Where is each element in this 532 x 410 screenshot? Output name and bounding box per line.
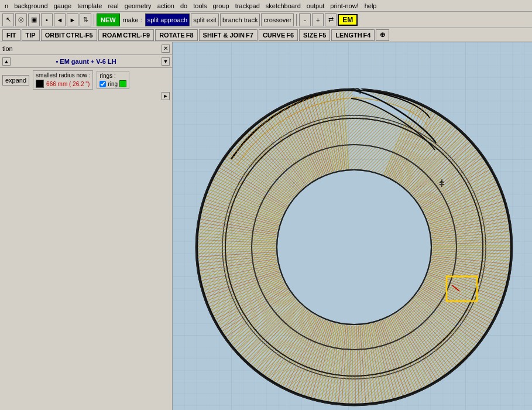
panel-controls: expand smallest radius now : 666 mm ( 26… [0, 68, 172, 92]
rings-group: rings : ring [97, 71, 129, 89]
size-key: F5 [319, 32, 327, 39]
canvas-area[interactable]: + [173, 42, 532, 410]
tool-arrow[interactable]: ↖ [2, 13, 14, 26]
length-button[interactable]: LENGTH F4 [331, 29, 375, 41]
menu-real[interactable]: real [105, 2, 121, 9]
panel-close-button[interactable]: ✕ [162, 45, 170, 53]
tool-left-arrow[interactable]: ◄ [54, 13, 66, 26]
svg-point-7 [278, 171, 430, 323]
radius-color-swatch [36, 80, 44, 88]
expand-button[interactable]: expand [2, 75, 29, 86]
make-label: make : [121, 16, 144, 23]
radius-value-row: 666 mm ( 26.2 ") [36, 80, 90, 88]
grid-svg: + [173, 42, 532, 410]
toolbar: ↖ ◎ ▣ • ◄ ► ⇅ NEW make : split approach … [0, 12, 532, 28]
split-approach-button[interactable]: split approach [145, 13, 190, 26]
side-panel: tion ✕ ▲ • EM gaunt + V-6 LH ▼ expand sm… [0, 42, 173, 410]
move-button[interactable]: ⊕ [376, 29, 389, 41]
orbit-key: CTRL-F5 [66, 32, 93, 39]
menu-help[interactable]: help [362, 2, 379, 9]
shiftjoin-key: F7 [246, 32, 253, 39]
shiftjoin-label: SHIFT & JOIN [203, 32, 245, 39]
menu-geometry[interactable]: geometry [122, 2, 154, 9]
swap-button[interactable]: ⇄ [325, 13, 337, 26]
radius-text: 666 mm ( 26.2 ") [46, 81, 90, 87]
rotate-button[interactable]: ROTATE F8 [155, 29, 197, 41]
rings-group-title: rings : [99, 73, 126, 79]
radius-group-title: smallest radius now : [36, 72, 90, 78]
panel-header: ▲ • EM gaunt + V-6 LH ▼ [0, 55, 172, 68]
tool-circle[interactable]: ◎ [15, 13, 27, 26]
rotate-key: F8 [186, 32, 194, 39]
menu-tools[interactable]: tools [191, 2, 209, 9]
panel-titlebar-text: tion [2, 45, 13, 52]
length-label: LENGTH [335, 32, 362, 39]
panel-titlebar: tion ✕ [0, 42, 172, 55]
new-button[interactable]: NEW [97, 13, 120, 26]
size-button[interactable]: SIZE F5 [299, 29, 330, 41]
tool-updown[interactable]: ⇅ [80, 13, 91, 26]
crosshair-symbol: + [439, 177, 444, 187]
menu-group[interactable]: group [210, 2, 231, 9]
shiftjoin-button[interactable]: SHIFT & JOIN F7 [199, 29, 258, 41]
roam-key: CTRL-F9 [123, 32, 150, 39]
tip-button[interactable]: TIP [22, 29, 40, 41]
orbit-label: ORBIT [45, 32, 65, 39]
ring-checkbox[interactable] [99, 81, 106, 87]
menu-bar: n background gauge template real geometr… [0, 0, 532, 12]
ring-row: ring [99, 80, 126, 87]
menu-print-now[interactable]: print-now! [328, 2, 361, 9]
orbit-button[interactable]: ORBIT CTRL-F5 [41, 29, 97, 41]
panel-scroll-right[interactable]: ► [162, 92, 170, 100]
radius-group: smallest radius now : 666 mm ( 26.2 ") [33, 70, 93, 90]
menu-action[interactable]: action [155, 2, 177, 9]
menu-sketchboard[interactable]: sketchboard [263, 2, 303, 9]
roam-button[interactable]: ROAM CTRL-F9 [98, 29, 154, 41]
tool-square[interactable]: ▣ [28, 13, 40, 26]
tool-right-arrow[interactable]: ► [67, 13, 78, 26]
rotate-label: ROTATE [159, 32, 185, 39]
fit-button[interactable]: FIT [2, 29, 20, 41]
separator-1 [94, 14, 94, 26]
separator-2 [296, 14, 297, 26]
ring-label: ring [108, 81, 118, 87]
panel-row-expand: expand smallest radius now : 666 mm ( 26… [2, 70, 170, 90]
minus-button[interactable]: - [299, 13, 311, 26]
length-key: F4 [363, 32, 371, 39]
plus-button[interactable]: + [312, 13, 324, 26]
em-label: EM [338, 14, 358, 26]
crossover-button[interactable]: crossover [261, 13, 294, 26]
menu-do[interactable]: do [178, 2, 190, 9]
tool-dot[interactable]: • [41, 13, 53, 26]
menu-n[interactable]: n [2, 2, 11, 9]
roam-label: ROAM [102, 32, 122, 39]
panel-scroll-down[interactable]: ▼ [162, 57, 170, 66]
menu-background[interactable]: background [12, 2, 50, 9]
ring-color-swatch [119, 80, 126, 87]
size-label: SIZE [303, 32, 317, 39]
curve-key: F6 [286, 32, 294, 39]
menu-output[interactable]: output [304, 2, 327, 9]
menu-gauge[interactable]: gauge [52, 2, 74, 9]
branch-track-button[interactable]: branch track [220, 13, 260, 26]
panel-header-title: • EM gaunt + V-6 LH [56, 58, 116, 65]
action-bar: FIT TIP ORBIT CTRL-F5 ROAM CTRL-F9 ROTAT… [0, 28, 532, 42]
main-area: tion ✕ ▲ • EM gaunt + V-6 LH ▼ expand sm… [0, 42, 532, 410]
panel-scroll-up[interactable]: ▲ [2, 57, 11, 66]
curve-button[interactable]: CURVE F6 [259, 29, 298, 41]
menu-template[interactable]: template [75, 2, 104, 9]
split-exit-button[interactable]: split exit [191, 13, 219, 26]
curve-label: CURVE [263, 32, 285, 39]
menu-trackpad[interactable]: trackpad [233, 2, 262, 9]
